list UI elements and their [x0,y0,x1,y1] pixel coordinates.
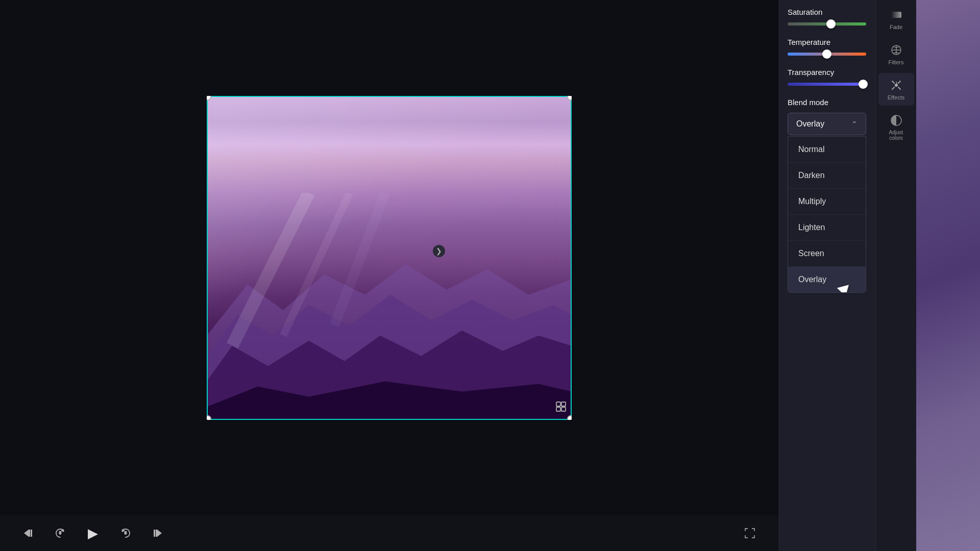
panel-item-filters[interactable]: Filters [878,38,914,70]
svg-marker-18 [157,530,162,537]
svg-text:5: 5 [125,531,127,535]
decorative-gradient-bg [916,0,980,551]
transparency-thumb[interactable] [859,80,868,89]
blend-option-normal[interactable]: Normal [788,137,866,163]
play-button[interactable]: ▶ [84,524,102,542]
temperature-thumb[interactable] [822,49,831,59]
saturation-label: Saturation [788,8,866,16]
saturation-thumb[interactable] [826,19,836,29]
blend-mode-menu: Normal Darken Multiply Lighten Screen [788,136,866,293]
skip-forward-button[interactable] [149,525,165,541]
fade-label: Fade [890,24,902,30]
svg-rect-20 [154,530,155,537]
adjust-colors-icon [889,113,903,128]
side-panel-right: Saturation Temperature Transparency [778,0,980,551]
filters-icon [889,43,903,57]
blend-option-overlay[interactable]: Overlay [788,267,866,292]
forward-button[interactable]: 5 [117,525,134,541]
transparency-track[interactable] [788,83,866,86]
app-layout: 5 ▶ 5 [0,0,980,551]
panel-item-fade[interactable]: Fade [878,3,914,35]
effects-label: Effects [888,94,904,101]
filters-label: Filters [889,59,904,65]
svg-rect-13 [31,530,32,537]
temperature-track[interactable] [788,53,866,56]
icon-panel: Fade Filters [875,0,916,551]
rewind-button[interactable]: 5 [52,525,68,541]
svg-rect-8 [561,402,566,406]
svg-rect-7 [556,402,560,406]
panel-item-effects[interactable]: Effects [878,73,914,106]
svg-rect-12 [29,530,30,537]
expand-button[interactable] [555,401,567,415]
video-container [0,0,778,515]
effects-icon [889,78,903,92]
saturation-section: Saturation [788,8,866,26]
transparency-section: Transparency [788,68,866,86]
center-content: 5 ▶ 5 [0,0,778,551]
mountain-silhouettes [207,193,572,420]
svg-text:5: 5 [59,531,61,535]
video-frame [207,96,572,420]
adjust-colors-label: Adjustcolors [889,130,903,141]
video-preview[interactable] [207,96,572,420]
controls-column: Saturation Temperature Transparency [778,0,875,551]
svg-marker-11 [24,530,29,537]
blend-mode-dropdown[interactable]: Overlay ⌃ [788,113,866,135]
svg-rect-10 [561,407,566,411]
panel-item-adjust-colors[interactable]: Adjustcolors [878,108,914,146]
chevron-up-icon: ⌃ [851,120,857,128]
blend-mode-label: Blend mode [788,98,866,107]
blend-option-multiply[interactable]: Multiply [788,189,866,215]
svg-rect-21 [891,12,901,18]
panel-toggle-arrow[interactable]: ❯ [433,245,445,257]
fade-icon [889,8,903,22]
blend-option-darken[interactable]: Darken [788,163,866,189]
playback-controls: 5 ▶ 5 [0,515,778,551]
blend-mode-selected-value: Overlay [796,119,824,129]
temperature-label: Temperature [788,38,866,46]
fullscreen-button[interactable] [742,525,758,541]
temperature-section: Temperature [788,38,866,56]
skip-back-button[interactable] [20,525,37,541]
blend-option-lighten[interactable]: Lighten [788,215,866,241]
saturation-track[interactable] [788,22,866,26]
svg-rect-19 [156,530,157,537]
transparency-label: Transparency [788,68,866,77]
sliders-area: Saturation Temperature Transparency [778,0,875,551]
landscape-background [207,96,572,420]
svg-rect-9 [556,407,560,411]
blend-mode-section: Blend mode Overlay ⌃ Normal Darken [788,98,866,293]
blend-option-screen[interactable]: Screen [788,241,866,267]
